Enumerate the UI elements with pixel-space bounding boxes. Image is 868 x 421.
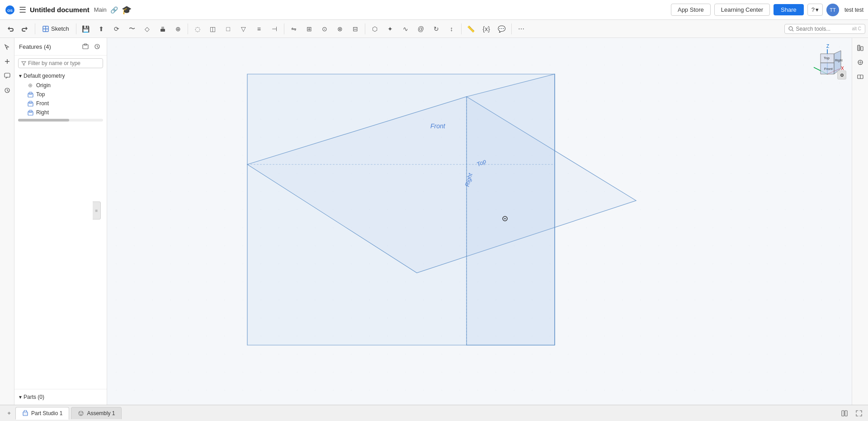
extrude-button[interactable] <box>156 22 170 36</box>
select-tool[interactable] <box>2 42 13 52</box>
learning-center-button[interactable]: Learning Center <box>714 4 770 16</box>
fillet-button[interactable]: ◌ <box>190 22 205 36</box>
left-panel <box>0 38 14 405</box>
comment-button[interactable]: 💬 <box>495 22 509 36</box>
hole-button[interactable]: ⊙ <box>317 22 332 36</box>
right-plane-item[interactable]: Right <box>14 108 107 117</box>
sidebar-scrollbar[interactable] <box>18 119 103 122</box>
filter-input[interactable] <box>28 60 100 66</box>
redo-button[interactable] <box>18 22 33 36</box>
measure-button[interactable]: 📏 <box>464 22 478 36</box>
origin-label: Origin <box>36 82 51 89</box>
plane-button[interactable]: ⬡ <box>368 22 382 36</box>
view-cube[interactable]: Z X Front Top Right ⚙ <box>809 42 845 79</box>
history-tool[interactable] <box>2 85 13 96</box>
sidebar-history-icon[interactable] <box>92 42 102 51</box>
chat-tool[interactable] <box>2 70 13 81</box>
svg-rect-52 <box>845 411 847 416</box>
boolean-button[interactable]: ⊕ <box>171 22 185 36</box>
toolbar-separator-4 <box>284 23 284 34</box>
svg-rect-17 <box>29 92 32 94</box>
right-label: Right <box>36 109 49 116</box>
toolbar-separator-1 <box>35 23 35 34</box>
sidebar-collapse-handle[interactable]: ≡ <box>93 201 101 220</box>
svg-rect-5 <box>160 29 165 32</box>
svg-rect-11 <box>5 73 10 77</box>
helix-button[interactable]: @ <box>414 22 428 36</box>
svg-rect-19 <box>29 101 32 103</box>
username[interactable]: test test <box>844 7 863 13</box>
toolbar-separator-7 <box>511 23 512 34</box>
svg-point-50 <box>80 414 82 416</box>
section-view-button[interactable] <box>854 70 867 83</box>
pattern-button[interactable]: ⊞ <box>302 22 316 36</box>
user-avatar[interactable]: TT <box>826 4 839 16</box>
branch-label[interactable]: Main <box>94 6 107 13</box>
svg-marker-27 <box>467 74 555 345</box>
split-button[interactable]: ⊣ <box>267 22 282 36</box>
link-icon[interactable]: 🔗 <box>110 6 118 14</box>
part-studio-tab[interactable]: Part Studio 1 <box>15 407 69 420</box>
app-store-button[interactable]: App Store <box>671 4 711 16</box>
toolbar-separator-6 <box>461 23 462 34</box>
wrap-button[interactable]: ↻ <box>429 22 443 36</box>
loft-button[interactable]: ◇ <box>140 22 155 36</box>
sweep-button[interactable]: 〜 <box>125 22 139 36</box>
document-title[interactable]: Untitled document <box>30 6 90 14</box>
mate-button[interactable]: ✦ <box>383 22 397 36</box>
search-shortcut: alt C <box>852 26 861 31</box>
top-plane-item[interactable]: Top <box>14 90 107 99</box>
svg-text:OS: OS <box>7 9 13 13</box>
origin-item[interactable]: ⊕ Origin <box>14 81 107 90</box>
sketch-button[interactable]: Sketch <box>38 23 74 34</box>
onshape-logo[interactable]: OS <box>5 5 15 15</box>
chevron-down-icon-parts: ▾ <box>19 394 22 400</box>
rib-button[interactable]: ≡ <box>252 22 266 36</box>
add-tab-button[interactable]: + <box>3 407 15 420</box>
svg-rect-41 <box>858 45 860 51</box>
svg-line-8 <box>793 30 794 31</box>
view-settings-button[interactable]: ⚙ <box>837 70 846 80</box>
save-button[interactable]: 💾 <box>79 22 93 36</box>
parts-header[interactable]: ▾ Parts (0) <box>14 392 107 402</box>
appearance-button[interactable] <box>854 56 867 69</box>
toolbar-separator-3 <box>188 23 188 34</box>
default-geometry-group[interactable]: ▾ Default geometry <box>14 71 107 81</box>
toolbar-separator-2 <box>76 23 76 34</box>
more-tools-button[interactable]: ⋯ <box>514 22 528 36</box>
assembly-tab[interactable]: Assembly 1 <box>71 407 122 419</box>
front-label: Front <box>36 100 49 107</box>
svg-rect-46 <box>23 412 28 416</box>
feature-filter <box>18 58 103 68</box>
svg-text:Z: Z <box>826 44 829 49</box>
sidebar-capture-icon[interactable] <box>80 42 90 51</box>
variables-button[interactable]: {x} <box>479 22 494 36</box>
toolbar-separator-5 <box>365 23 365 34</box>
graduation-icon[interactable]: 🎓 <box>122 5 132 15</box>
mirror-button[interactable]: ⇋ <box>287 22 301 36</box>
import-button[interactable]: ⬆ <box>94 22 108 36</box>
bottom-tabs: + Part Studio 1 Assembly 1 <box>0 405 868 421</box>
properties-panel-button[interactable] <box>838 407 851 420</box>
add-feature-tool[interactable] <box>2 56 13 67</box>
share-button[interactable]: Share <box>774 4 804 15</box>
display-states-button[interactable] <box>854 42 867 54</box>
offset-button[interactable]: ⊟ <box>348 22 363 36</box>
draft-button[interactable]: ▽ <box>236 22 251 36</box>
menu-hamburger[interactable]: ☰ <box>19 5 26 15</box>
shell-button[interactable]: □ <box>221 22 236 36</box>
search-tools-input[interactable] <box>796 26 850 32</box>
front-plane-item[interactable]: Front <box>14 99 107 108</box>
revolve-button[interactable]: ⟳ <box>109 22 124 36</box>
fullscreen-button[interactable] <box>853 407 865 420</box>
origin-center <box>505 218 506 220</box>
thread-button[interactable]: ⊗ <box>333 22 347 36</box>
help-button[interactable]: ? ▾ <box>807 4 823 16</box>
chamfer-button[interactable]: ◫ <box>206 22 220 36</box>
move-face-button[interactable]: ↕ <box>444 22 459 36</box>
canvas-area[interactable]: Front Top Right Z X Front <box>107 38 868 405</box>
bottom-right-controls <box>838 407 865 420</box>
undo-button[interactable] <box>3 22 17 36</box>
plane-icon-right <box>27 109 33 116</box>
curve-button[interactable]: ∿ <box>398 22 413 36</box>
